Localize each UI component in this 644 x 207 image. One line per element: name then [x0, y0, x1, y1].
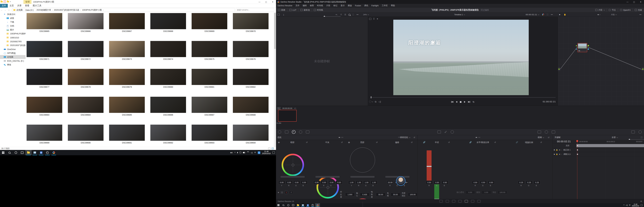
file-thumbnail[interactable]	[68, 97, 104, 113]
back-button[interactable]: ←	[0, 9, 4, 11]
file-item[interactable]: DSC09668	[150, 13, 186, 32]
radius-link-icon[interactable]: 🔗	[423, 141, 425, 143]
node-input-port[interactable]	[558, 67, 560, 71]
sidebar-item[interactable]: 桌面	[0, 16, 26, 20]
clips-toggle-button[interactable]: 片段	[593, 8, 606, 12]
hue-value[interactable]: 50.00	[391, 193, 400, 196]
sidebar-item[interactable]: OneDrive	[0, 47, 26, 51]
file-item[interactable]: DSC09694	[233, 125, 268, 144]
fusion-page-icon[interactable]	[458, 200, 462, 202]
node-more-icon[interactable]: •••	[640, 14, 642, 16]
file-item[interactable]: DSC09669	[192, 13, 227, 32]
file-thumbnail[interactable]	[109, 13, 145, 29]
curves-icon[interactable]	[438, 130, 441, 134]
deliver-page-icon[interactable]	[478, 200, 480, 202]
blend-value[interactable]: 100.00	[498, 190, 507, 194]
gamma-y-value[interactable]: 0.00	[314, 180, 320, 184]
taskbar-explorer-icon[interactable]	[25, 150, 32, 155]
lock-icon[interactable]: 🔒	[556, 153, 558, 155]
action-center-icon[interactable]	[641, 204, 643, 206]
gamma-b-value[interactable]: 0.00	[336, 180, 342, 184]
node-page-dots[interactable]	[598, 14, 600, 15]
file-thumbnail[interactable]	[192, 13, 227, 29]
timelines-toggle-button[interactable]: 时间线	[312, 8, 325, 12]
file-thumbnail[interactable]	[233, 69, 268, 85]
clock[interactable]: 21:482020/10/10	[632, 204, 639, 207]
task-view-icon[interactable]	[19, 150, 25, 155]
action-center-icon[interactable]	[272, 152, 275, 154]
gamma-master-slider[interactable]	[316, 176, 340, 178]
fairlight-page-icon[interactable]	[471, 200, 474, 202]
node-rgb-output-icon[interactable]	[588, 45, 589, 46]
tab-share[interactable]: 共享	[16, 4, 23, 8]
auto-wand-icon[interactable]: ✦	[278, 191, 279, 194]
file-thumbnail[interactable]	[150, 41, 186, 57]
file-item[interactable]: DSC09692	[150, 125, 186, 144]
track-master[interactable]: 主控	[553, 144, 644, 148]
loop-button[interactable]: ↻	[473, 100, 474, 103]
node-key-input-icon[interactable]	[576, 48, 577, 50]
hv-b-value[interactable]: 0.50	[488, 180, 494, 184]
scrub-playhead[interactable]	[371, 96, 371, 98]
lift-b-value[interactable]: 0.00	[301, 180, 308, 184]
timeline-select[interactable]: Timeline 1	[454, 14, 464, 16]
level-value[interactable]: 0.00	[482, 190, 491, 194]
lift-reset-icon[interactable]: ↺	[306, 141, 308, 144]
openfx-toggle-button[interactable]: OpenFX	[618, 8, 633, 12]
file-thumbnail[interactable]	[233, 41, 268, 57]
file-item[interactable]: DSC09677	[26, 69, 62, 88]
file-thumbnail[interactable]	[192, 125, 227, 141]
file-item[interactable]: DSC09681	[192, 69, 227, 88]
palette-tools-far-right[interactable]	[631, 130, 642, 134]
search-icon[interactable]	[281, 203, 286, 207]
taskbar-photos-icon[interactable]	[300, 203, 305, 207]
last-frame-button[interactable]	[468, 101, 470, 103]
qat-dropdown-icon[interactable]: ▾	[10, 1, 11, 2]
track-corrector1[interactable]: 🔒 ◆ › 校正器 1	[553, 148, 644, 152]
media-page-icon[interactable]	[440, 200, 442, 202]
menu-item[interactable]: 修剪	[308, 4, 316, 7]
blur-reset-icon[interactable]: ↺	[548, 136, 550, 138]
file-item[interactable]: DSC09690	[68, 125, 104, 144]
proxy-icon[interactable]	[369, 100, 373, 103]
gain-master-slider[interactable]	[350, 176, 375, 178]
file-thumbnail[interactable]	[109, 41, 145, 57]
hdr-wheels-icon[interactable]	[299, 130, 302, 134]
usb-icon[interactable]	[240, 152, 241, 154]
sidebar-item[interactable]: 1003PHILPS测评小图	[0, 32, 26, 36]
hv-g-value[interactable]: 0.50	[480, 180, 486, 184]
menu-item[interactable]: 工作区	[380, 4, 389, 7]
offset-r-value[interactable]: 25.00	[387, 180, 394, 184]
blur-page-dots[interactable]	[476, 137, 480, 138]
file-thumbnail[interactable]	[233, 97, 268, 113]
menu-item[interactable]: 文件	[294, 4, 301, 7]
lock-icon[interactable]: 🔒	[556, 149, 558, 151]
lift-r-value[interactable]: 0.00	[286, 180, 292, 184]
gamma-g-value[interactable]: 0.00	[328, 180, 335, 184]
taskbar-davinci-icon[interactable]	[315, 203, 320, 207]
file-thumbnail[interactable]	[68, 69, 104, 85]
contrast-value[interactable]: 1.000	[345, 193, 355, 196]
node-rgb-input-icon[interactable]	[576, 45, 577, 46]
wheels-page-2[interactable]: 2	[289, 191, 293, 194]
file-thumbnail[interactable]	[109, 125, 145, 141]
gallery-expand-icon[interactable]: ⛶	[352, 14, 354, 16]
ime-indicator[interactable]: 中	[629, 204, 631, 206]
scrollbar[interactable]	[274, 12, 276, 147]
recent-dropdown-icon[interactable]	[7, 10, 10, 10]
task-view-icon[interactable]	[291, 203, 296, 207]
gain-picker-icon[interactable]: ✛	[348, 141, 350, 144]
taskbar-explorer-icon[interactable]	[296, 203, 300, 207]
hv-link-icon[interactable]: 🔗	[469, 141, 472, 143]
wheels-page-dots[interactable]	[339, 137, 343, 138]
file-item[interactable]: DSC09670	[233, 13, 268, 32]
track-sizing[interactable]: 🔒 ◆ › 调整大小	[553, 152, 644, 156]
expand-track-icon[interactable]: ›	[561, 149, 562, 151]
file-thumbnail[interactable]	[150, 125, 186, 141]
file-thumbnail[interactable]	[233, 125, 268, 141]
gallery-search-icon[interactable]	[348, 14, 350, 16]
layers-icon[interactable]: ⧉	[375, 100, 376, 103]
menu-item[interactable]: 时间线	[316, 4, 324, 7]
node-key-output-icon[interactable]	[588, 48, 589, 50]
3d-icon[interactable]	[638, 130, 642, 134]
